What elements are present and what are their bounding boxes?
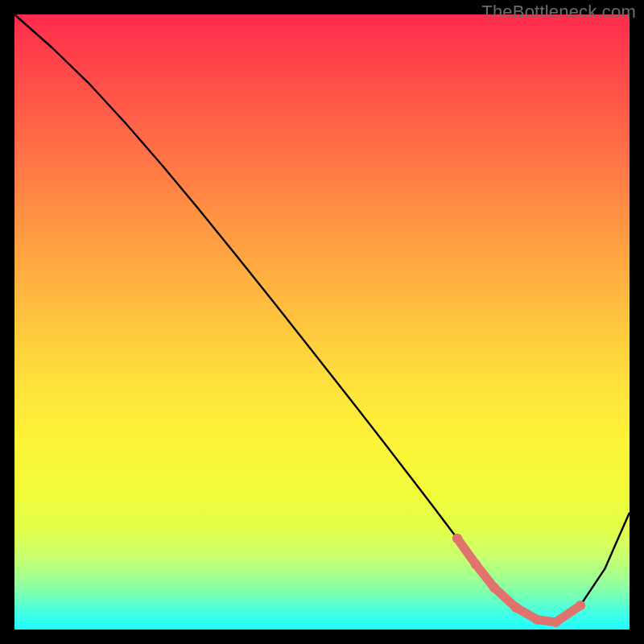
highlight-dot xyxy=(576,601,585,610)
highlight-dot xyxy=(551,617,560,627)
chart-stage: TheBottleneck.com xyxy=(0,0,644,644)
highlight-dot xyxy=(510,602,520,612)
watermark-label: TheBottleneck.com xyxy=(481,2,636,23)
chart-plot-area xyxy=(14,14,630,630)
bottleneck-curve xyxy=(14,14,630,622)
highlight-dot xyxy=(452,534,462,543)
highlight-dot xyxy=(489,583,499,592)
chart-svg xyxy=(14,14,630,630)
highlight-dot xyxy=(471,559,481,569)
highlight-dot xyxy=(532,615,542,625)
